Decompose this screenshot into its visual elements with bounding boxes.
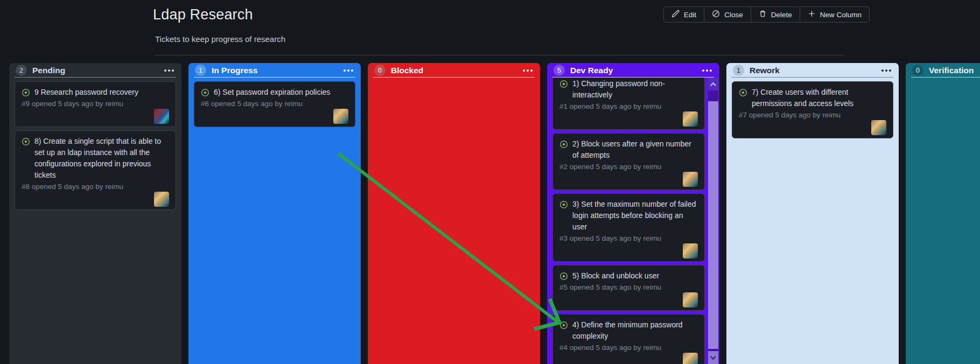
column-menu-button[interactable] (163, 67, 175, 74)
scroll-down-button[interactable] (708, 351, 718, 364)
column-count-badge: 0 (374, 65, 386, 76)
issue-card[interactable]: 9 Research password recovery #9 opened 5… (15, 81, 176, 127)
board-actions: Edit Close Delete New Column (663, 6, 870, 23)
column-scrollbar[interactable] (708, 78, 718, 364)
column-menu-button[interactable] (701, 67, 713, 74)
card-meta: #7 opened 5 days ago by reimu (739, 110, 886, 120)
kanban-board: 2 Pending 9 Research password recovery #… (0, 63, 980, 364)
column-header: 1 Rework (726, 63, 899, 77)
issue-open-icon (559, 200, 568, 209)
avatar (683, 111, 698, 127)
issue-open-icon (559, 272, 568, 281)
avatar (683, 243, 698, 258)
card-meta: #1 opened 5 days ago by reimu (559, 101, 698, 111)
card-meta: #8 opened 5 days ago by reimu (22, 181, 169, 192)
board-column-in-progress: 1 In Progress 6) Set password expiration… (188, 63, 361, 364)
column-cards (368, 78, 540, 364)
card-title: 3) Set the maximum number of failed logi… (572, 199, 698, 233)
avatar (871, 120, 886, 135)
column-header: 0 Verification (906, 63, 980, 77)
column-header: 0 Blocked (368, 63, 540, 77)
scroll-up-button[interactable] (708, 78, 718, 90)
trash-icon (759, 10, 767, 19)
column-cards: 6) Set password expiration policies #6 o… (188, 78, 361, 364)
avatar (333, 109, 348, 124)
issue-card[interactable]: 5) Block and unblock user #5 opened 5 da… (552, 265, 705, 311)
card-title: 8) Create a single script that is able t… (34, 136, 169, 181)
issue-card[interactable]: 6) Set password expiration policies #6 o… (194, 81, 355, 127)
card-title: 6) Set password expiration policies (214, 87, 330, 98)
column-count-badge: 1 (733, 65, 744, 76)
card-title: 9 Research password recovery (34, 87, 138, 98)
column-header: 5 Dev Ready (547, 63, 719, 77)
issue-card[interactable]: 2) Block users after a given number of a… (552, 133, 705, 190)
column-menu-button[interactable] (522, 67, 534, 74)
column-name: Rework (750, 66, 875, 75)
avatar (154, 109, 169, 124)
action-button-new-column[interactable]: New Column (800, 6, 870, 23)
avatar (683, 172, 698, 187)
card-meta: #4 opened 5 days ago by reimu (559, 342, 698, 353)
issue-open-icon (739, 88, 747, 97)
issue-open-icon (22, 137, 30, 146)
card-title: 1) Changing password non-interactively (572, 78, 698, 101)
card-title: 5) Block and unblock user (572, 270, 659, 282)
column-count-badge: 5 (554, 65, 565, 76)
pencil-icon (671, 10, 680, 19)
scrollbar-thumb[interactable] (708, 101, 718, 349)
plus-icon (808, 10, 816, 19)
action-button-edit[interactable]: Edit (663, 6, 704, 23)
card-meta: #9 opened 5 days ago by reimu (22, 99, 169, 109)
board-header: Ldap Research Edit Close Delete New Colu… (0, 0, 980, 63)
card-title: 7) Create users with different permissio… (752, 87, 886, 109)
card-meta: #2 opened 5 days ago by reimu (559, 162, 698, 172)
slash-circle-icon (712, 10, 720, 19)
board-column-dev-ready: 5 Dev Ready 1) Changing password non-int… (547, 63, 719, 364)
issue-open-icon (559, 140, 568, 149)
issue-open-icon (559, 80, 568, 88)
column-header: 1 In Progress (188, 63, 361, 77)
column-count-badge: 1 (195, 65, 206, 76)
column-header: 2 Pending (9, 63, 181, 77)
column-name: Dev Ready (570, 66, 696, 75)
card-title: 2) Block users after a given number of a… (572, 138, 698, 161)
column-cards: 9 Research password recovery #9 opened 5… (9, 78, 181, 364)
column-cards: 1) Changing password non-interactively #… (547, 78, 719, 364)
board-column-verification: 0 Verification (906, 63, 980, 364)
action-button-close[interactable]: Close (704, 6, 751, 23)
issue-card[interactable]: 7) Create users with different permissio… (732, 81, 893, 138)
column-name: Pending (32, 66, 158, 75)
page-title: Ldap Research (153, 6, 253, 23)
avatar (154, 192, 169, 207)
avatar (683, 292, 698, 307)
column-count-badge: 0 (912, 65, 923, 76)
column-cards: 7) Create users with different permissio… (726, 78, 899, 364)
card-title: 4) Define the minimum password complexit… (572, 319, 698, 342)
column-name: In Progress (212, 66, 337, 75)
board-column-blocked: 0 Blocked (368, 63, 540, 364)
card-meta: #3 opened 5 days ago by reimu (559, 233, 698, 243)
board-column-pending: 2 Pending 9 Research password recovery #… (9, 63, 181, 364)
issue-open-icon (201, 88, 209, 97)
scrollbar-track[interactable] (708, 90, 718, 351)
column-menu-button[interactable] (880, 67, 892, 74)
page-subtitle: Tickets to keep progress of research (155, 34, 285, 44)
action-button-delete[interactable]: Delete (751, 6, 800, 23)
issue-open-icon (22, 88, 30, 97)
header-divider (155, 55, 844, 55)
issue-card[interactable]: 4) Define the minimum password complexit… (552, 314, 705, 364)
card-meta: #5 opened 5 days ago by reimu (559, 282, 698, 292)
column-name: Verification (929, 66, 980, 75)
issue-open-icon (559, 321, 568, 330)
issue-card[interactable]: 3) Set the maximum number of failed logi… (552, 193, 705, 262)
column-name: Blocked (391, 66, 516, 75)
card-meta: #6 opened 5 days ago by reimu (201, 99, 348, 109)
column-menu-button[interactable] (342, 67, 354, 74)
issue-card[interactable]: 8) Create a single script that is able t… (15, 130, 176, 210)
board-column-rework: 1 Rework 7) Create users with different … (726, 63, 899, 364)
column-cards (906, 78, 980, 364)
avatar (683, 353, 698, 364)
issue-card[interactable]: 1) Changing password non-interactively #… (552, 78, 705, 130)
column-count-badge: 2 (16, 65, 27, 76)
